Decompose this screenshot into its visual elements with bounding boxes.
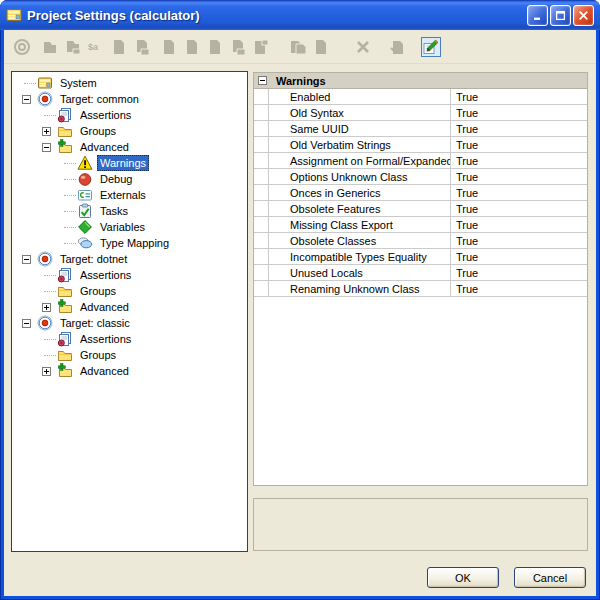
tree-item-advanced[interactable]: Advanced [12, 139, 247, 155]
property-name: Old Syntax [269, 105, 451, 120]
property-row-options-unknown-class[interactable]: Options Unknown ClassTrue [254, 169, 587, 185]
assertions-icon [57, 331, 73, 347]
debug-icon [77, 171, 93, 187]
property-value[interactable]: True [451, 281, 587, 296]
property-row-enabled[interactable]: EnabledTrue [254, 89, 587, 105]
property-value[interactable]: True [451, 249, 587, 264]
maximize-button[interactable] [550, 5, 571, 26]
tree-item-externals[interactable]: Externals [12, 187, 247, 203]
cancel-button[interactable]: Cancel [514, 567, 586, 588]
system-icon [37, 75, 53, 91]
tree-item-groups[interactable]: Groups [12, 283, 247, 299]
tree-item-assertions[interactable]: Assertions [12, 107, 247, 123]
row-gutter [254, 153, 269, 168]
property-row-obsolete-features[interactable]: Obsolete FeaturesTrue [254, 201, 587, 217]
tree-item-assertions[interactable]: Assertions [12, 267, 247, 283]
property-value[interactable]: True [451, 201, 587, 216]
delete-x-icon [353, 37, 373, 57]
property-row-same-uuid[interactable]: Same UUIDTrue [254, 121, 587, 137]
property-value[interactable]: True [451, 185, 587, 200]
property-name: Obsolete Classes [269, 233, 451, 248]
project-settings-window: Project Settings (calculator) $a SystemT… [0, 0, 600, 600]
property-value[interactable]: True [451, 265, 587, 280]
tree-item-warnings[interactable]: Warnings [12, 155, 247, 171]
open-document-icon [40, 37, 60, 57]
tree-item-type-mapping[interactable]: Type Mapping [12, 235, 247, 251]
minimize-button[interactable] [527, 5, 548, 26]
expander-plus-icon[interactable] [42, 367, 57, 376]
property-value[interactable]: True [451, 233, 587, 248]
property-value[interactable]: True [451, 153, 587, 168]
close-button[interactable] [573, 5, 594, 26]
collapse-minus-icon[interactable] [258, 76, 267, 85]
property-value[interactable]: True [451, 217, 587, 232]
tree-item-label: Warnings [97, 155, 149, 171]
tree-connector [62, 175, 77, 184]
tree-item-groups[interactable]: Groups [12, 123, 247, 139]
tree-connector [62, 239, 77, 248]
toolbar: $a [4, 30, 596, 64]
assertions-icon [57, 267, 73, 283]
tree-item-target-common[interactable]: Target: common [12, 91, 247, 107]
property-row-obsolete-classes[interactable]: Obsolete ClassesTrue [254, 233, 587, 249]
tree-item-label: System [57, 75, 100, 91]
expander-minus-icon[interactable] [22, 319, 37, 328]
property-row-old-syntax[interactable]: Old SyntaxTrue [254, 105, 587, 121]
edit-pencil-icon[interactable] [421, 37, 441, 57]
tree-item-tasks[interactable]: Tasks [12, 203, 247, 219]
document-icon [182, 37, 202, 57]
documents-icon [132, 37, 152, 57]
property-row-incompatible-types-equality[interactable]: Incompatible Types EqualityTrue [254, 249, 587, 265]
property-value[interactable]: True [451, 89, 587, 104]
tree-item-label: Target: dotnet [57, 251, 130, 267]
tree-item-target-classic[interactable]: Target: classic [12, 315, 247, 331]
close-icon [577, 9, 590, 22]
expander-minus-icon[interactable] [42, 143, 57, 152]
row-gutter [254, 201, 269, 216]
target-icon [37, 315, 53, 331]
maximize-icon [554, 9, 567, 22]
expander-minus-icon[interactable] [22, 95, 37, 104]
tree-item-label: Advanced [77, 363, 132, 379]
folder-plus-icon [57, 139, 73, 155]
tree-connector [42, 351, 57, 360]
property-value[interactable]: True [451, 105, 587, 120]
property-row-missing-class-export[interactable]: Missing Class ExportTrue [254, 217, 587, 233]
tree-connector [22, 79, 37, 88]
tree-item-debug[interactable]: Debug [12, 171, 247, 187]
property-row-old-verbatim-strings[interactable]: Old Verbatim StringsTrue [254, 137, 587, 153]
dialog-client-area: $a SystemTarget: commonAssertionsGroupsA… [4, 30, 596, 596]
titlebar[interactable]: Project Settings (calculator) [0, 0, 600, 30]
folder-icon [57, 283, 73, 299]
tree-item-advanced[interactable]: Advanced [12, 299, 247, 315]
property-grid-header: Warnings [254, 73, 587, 89]
tree-item-assertions[interactable]: Assertions [12, 331, 247, 347]
property-row-unused-locals[interactable]: Unused LocalsTrue [254, 265, 587, 281]
tree-item-variables[interactable]: Variables [12, 219, 247, 235]
property-value[interactable]: True [451, 121, 587, 136]
tree-connector [62, 159, 77, 168]
tree-item-label: Target: common [57, 91, 142, 107]
documents-icon [228, 37, 248, 57]
target-icon [37, 91, 53, 107]
expander-minus-icon[interactable] [22, 255, 37, 264]
tree-connector [42, 111, 57, 120]
tree-item-advanced[interactable]: Advanced [12, 363, 247, 379]
tree-item-system[interactable]: System [12, 75, 247, 91]
ok-button[interactable]: OK [427, 567, 499, 588]
row-gutter [254, 265, 269, 280]
property-name: Old Verbatim Strings [269, 137, 451, 152]
tree-item-label: Type Mapping [97, 235, 172, 251]
property-value[interactable]: True [451, 169, 587, 184]
tree-item-groups[interactable]: Groups [12, 347, 247, 363]
property-row-renaming-unknown-class[interactable]: Renaming Unknown ClassTrue [254, 281, 587, 297]
property-name: Missing Class Export [269, 217, 451, 232]
property-value[interactable]: True [451, 137, 587, 152]
open-documents-icon [63, 37, 83, 57]
tree-item-target-dotnet[interactable]: Target: dotnet [12, 251, 247, 267]
expander-plus-icon[interactable] [42, 303, 57, 312]
property-row-onces-in-generics[interactable]: Onces in GenericsTrue [254, 185, 587, 201]
expander-plus-icon[interactable] [42, 127, 57, 136]
property-group-title: Warnings [276, 75, 326, 87]
property-row-assignment-on-formal-expanded[interactable]: Assignment on Formal/ExpandedTrue [254, 153, 587, 169]
